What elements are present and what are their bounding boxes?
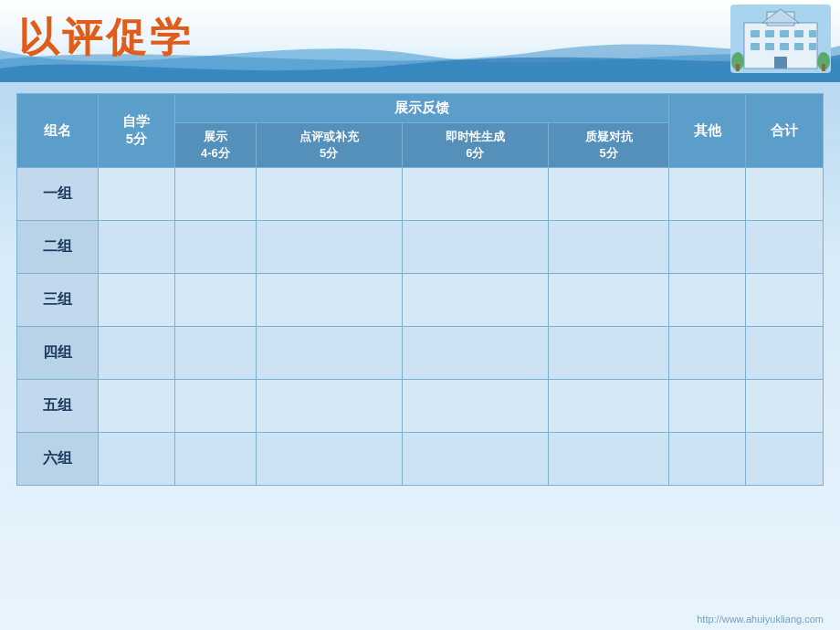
data-cell[interactable] — [175, 380, 256, 433]
data-cell[interactable] — [402, 380, 548, 433]
col-group-header: 组名 — [17, 94, 99, 168]
table-row: 三组 — [17, 274, 824, 327]
svg-rect-9 — [794, 30, 803, 37]
data-cell[interactable] — [746, 274, 824, 327]
data-cell[interactable] — [669, 380, 746, 433]
top-banner: 以评促学 — [0, 0, 840, 82]
watermark: http://www.ahuiyukliang.com — [697, 614, 824, 625]
col-display-feedback-header: 展示反馈 — [175, 94, 669, 123]
data-cell[interactable] — [746, 433, 824, 486]
main-content: 组名 自学 5分 展示反馈 其他 合计 展示 4-6分 点评或补充 — [0, 82, 840, 630]
table-body: 一组二组三组四组五组六组 — [17, 168, 824, 486]
col-display-sub-header: 展示 4-6分 — [175, 123, 256, 168]
data-cell[interactable] — [669, 274, 746, 327]
data-cell[interactable] — [548, 380, 668, 433]
building-icon — [730, 5, 831, 73]
app: 以评促学 组名 自学 5分 展示反馈 其他 合计 — [0, 0, 840, 630]
data-cell[interactable] — [175, 168, 256, 221]
data-cell[interactable] — [98, 380, 174, 433]
svg-rect-16 — [774, 57, 787, 68]
col-comment-sub-header: 点评或补充 5分 — [256, 123, 402, 168]
data-cell[interactable] — [256, 168, 402, 221]
group-name-cell: 四组 — [17, 327, 99, 380]
group-name-cell: 一组 — [17, 168, 99, 221]
table-row: 六组 — [17, 433, 824, 486]
col-total-header: 合计 — [746, 94, 824, 168]
data-cell[interactable] — [669, 433, 746, 486]
page-title: 以评促学 — [18, 11, 194, 65]
data-cell[interactable] — [256, 221, 402, 274]
data-cell[interactable] — [746, 380, 824, 433]
data-cell[interactable] — [175, 433, 256, 486]
col-instant-sub-header: 即时性生成 6分 — [402, 123, 548, 168]
data-cell[interactable] — [746, 168, 824, 221]
group-name-cell: 五组 — [17, 380, 99, 433]
group-name-cell: 二组 — [17, 221, 99, 274]
table-row: 二组 — [17, 221, 824, 274]
col-self-study-header: 自学 5分 — [98, 94, 174, 168]
table-row: 五组 — [17, 380, 824, 433]
data-cell[interactable] — [402, 274, 548, 327]
data-cell[interactable] — [175, 221, 256, 274]
data-cell[interactable] — [98, 168, 174, 221]
data-cell[interactable] — [256, 380, 402, 433]
data-cell[interactable] — [98, 327, 174, 380]
data-cell[interactable] — [256, 433, 402, 486]
svg-rect-18 — [736, 64, 740, 71]
data-cell[interactable] — [98, 433, 174, 486]
svg-rect-10 — [809, 30, 816, 37]
svg-rect-15 — [809, 43, 816, 50]
data-cell[interactable] — [402, 327, 548, 380]
group-name-cell: 六组 — [17, 433, 99, 486]
data-cell[interactable] — [402, 221, 548, 274]
data-cell[interactable] — [98, 274, 174, 327]
data-cell[interactable] — [669, 221, 746, 274]
col-other-header: 其他 — [669, 94, 746, 168]
svg-rect-6 — [751, 30, 760, 37]
data-cell[interactable] — [669, 168, 746, 221]
data-cell[interactable] — [548, 274, 668, 327]
data-cell[interactable] — [548, 327, 668, 380]
data-cell[interactable] — [746, 327, 824, 380]
data-cell[interactable] — [548, 168, 668, 221]
table-row: 四组 — [17, 327, 824, 380]
data-cell[interactable] — [175, 327, 256, 380]
data-cell[interactable] — [548, 221, 668, 274]
data-cell[interactable] — [256, 327, 402, 380]
data-cell[interactable] — [746, 221, 824, 274]
data-cell[interactable] — [548, 433, 668, 486]
data-cell[interactable] — [256, 274, 402, 327]
svg-rect-8 — [780, 30, 789, 37]
col-challenge-sub-header: 质疑对抗 5分 — [548, 123, 668, 168]
svg-rect-13 — [780, 43, 789, 50]
data-cell[interactable] — [402, 433, 548, 486]
data-cell[interactable] — [402, 168, 548, 221]
svg-rect-14 — [794, 43, 803, 50]
table-row: 一组 — [17, 168, 824, 221]
svg-rect-12 — [765, 43, 774, 50]
svg-rect-7 — [765, 30, 774, 37]
data-cell[interactable] — [175, 274, 256, 327]
score-table: 组名 自学 5分 展示反馈 其他 合计 展示 4-6分 点评或补充 — [16, 93, 824, 486]
svg-rect-20 — [822, 64, 825, 71]
group-name-cell: 三组 — [17, 274, 99, 327]
data-cell[interactable] — [669, 327, 746, 380]
svg-rect-11 — [751, 43, 760, 50]
header-row-1: 组名 自学 5分 展示反馈 其他 合计 — [17, 94, 824, 123]
data-cell[interactable] — [98, 221, 174, 274]
